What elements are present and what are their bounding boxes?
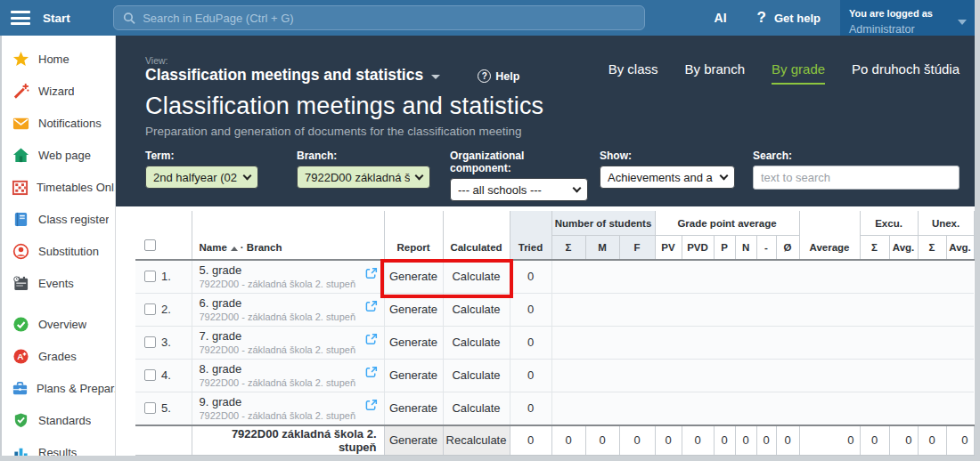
row-checkbox[interactable] bbox=[144, 303, 156, 315]
sidebar-item-notifications[interactable]: Notifications bbox=[2, 107, 115, 139]
grades-table: Name· Branch Report Calculated Tried Num… bbox=[135, 211, 975, 457]
summary-phi: 0 bbox=[776, 425, 799, 456]
empty-stats-cells bbox=[551, 392, 974, 425]
sidebar-item-timetables[interactable]: Timetables Onl... bbox=[2, 171, 115, 203]
summary-pv: 0 bbox=[655, 425, 682, 456]
global-search-input[interactable] bbox=[143, 12, 635, 25]
table-row: 3. 7. grade 7922D00 - základná škola 2. … bbox=[135, 326, 974, 359]
calculate-link[interactable]: Calculate bbox=[443, 359, 510, 392]
row-checkbox[interactable] bbox=[144, 271, 156, 282]
sort-ascending-icon bbox=[231, 247, 238, 251]
summary-recalculate-link[interactable]: Recalculate bbox=[443, 425, 510, 456]
organizational-component-label: Organizational component: bbox=[450, 150, 588, 174]
table-search-input[interactable] bbox=[753, 166, 960, 190]
select-all-checkbox[interactable] bbox=[144, 239, 156, 251]
question-mark-icon[interactable]: ? bbox=[757, 9, 766, 27]
branch-name: 7922D00 - základná škola 2. stupeň bbox=[200, 344, 361, 356]
column-group-grade-point-average: Grade point average bbox=[655, 211, 799, 236]
column-group-number-of-students: Number of students bbox=[551, 211, 655, 236]
external-link-icon[interactable] bbox=[365, 333, 378, 348]
sidebar-item-wizard[interactable]: Wizard bbox=[2, 75, 115, 107]
generate-link[interactable]: Generate bbox=[384, 260, 443, 294]
generate-link[interactable]: Generate bbox=[384, 359, 443, 392]
sidebar-item-plans[interactable]: Plans & Prepar... bbox=[2, 372, 115, 404]
branch-name: 7922D00 - základná škola 2. stupeň bbox=[200, 376, 361, 389]
user-account-dropdown[interactable]: You are logged as Administrator bbox=[840, 0, 975, 36]
summary-unexcused-avg: 0 bbox=[946, 425, 974, 456]
view-selector-dropdown[interactable]: Classification meetings and statistics bbox=[145, 66, 440, 85]
grade-name: 8. grade bbox=[200, 362, 361, 376]
ai-button[interactable]: AI bbox=[715, 11, 727, 25]
tab-by-class[interactable]: By class bbox=[608, 61, 658, 85]
tab-by-branch[interactable]: By branch bbox=[684, 61, 745, 85]
row-checkbox[interactable] bbox=[144, 336, 156, 348]
branch-name: 7922D00 - základná škola 2. stupeň bbox=[200, 311, 361, 323]
calculate-link[interactable]: Calculate bbox=[443, 392, 510, 425]
summary-unexcused-sum: 0 bbox=[918, 425, 946, 456]
help-button[interactable]: ? Help bbox=[478, 69, 519, 83]
search-icon bbox=[123, 12, 135, 25]
table-area: Name· Branch Report Calculated Tried Num… bbox=[116, 206, 976, 457]
empty-stats-cells bbox=[551, 359, 974, 392]
tab-by-grade[interactable]: By grade bbox=[772, 61, 825, 85]
column-header-n: N bbox=[735, 236, 756, 260]
branch-name: 7922D00 - základná škola 2. stupeň bbox=[200, 278, 361, 290]
window-edge bbox=[0, 456, 980, 461]
summary-sum: 0 bbox=[551, 425, 585, 456]
get-help-button[interactable]: Get help bbox=[774, 12, 821, 25]
row-checkbox[interactable] bbox=[144, 402, 156, 414]
term-select[interactable]: 2nd halfyear (02.02 bbox=[145, 166, 258, 189]
generate-link[interactable]: Generate bbox=[384, 326, 443, 359]
user-name: Administrator bbox=[849, 23, 915, 36]
calculate-link[interactable]: Calculate bbox=[443, 326, 510, 359]
show-select[interactable]: Achievements and a bbox=[600, 166, 735, 189]
top-bar: Start AI ? Get help You are logged as Ad… bbox=[0, 0, 975, 36]
tried-value: 0 bbox=[510, 260, 551, 294]
branch-select[interactable]: 7922D00 základná š bbox=[297, 166, 430, 189]
external-link-icon[interactable] bbox=[365, 300, 378, 315]
briefcase-icon bbox=[12, 379, 29, 397]
summary-female: 0 bbox=[619, 425, 655, 456]
calculate-link[interactable]: Calculate bbox=[443, 293, 510, 326]
sidebar-item-web-page[interactable]: Web page bbox=[2, 139, 115, 171]
hamburger-menu-icon[interactable] bbox=[11, 8, 30, 28]
sidebar-item-home[interactable]: Home bbox=[2, 43, 115, 75]
sidebar-item-grades[interactable]: A Grades bbox=[2, 340, 115, 372]
global-search-box[interactable] bbox=[113, 5, 645, 30]
sidebar-item-standards[interactable]: Standards bbox=[2, 404, 115, 436]
start-menu-button[interactable]: Start bbox=[43, 12, 70, 25]
summary-branch-name: 7922D00 základná škola 2. stupeň bbox=[192, 425, 384, 456]
page-title: Classification meetings and statistics bbox=[145, 93, 960, 120]
external-link-icon[interactable] bbox=[365, 366, 378, 381]
column-header-pv: PV bbox=[655, 236, 682, 260]
notebook-icon bbox=[12, 210, 30, 228]
summary-average: 0 bbox=[799, 425, 860, 456]
sidebar-item-substitution[interactable]: Substitution bbox=[2, 235, 115, 267]
chevron-down-icon bbox=[720, 171, 729, 180]
column-header-unexcused-sum: Σ bbox=[918, 236, 946, 260]
grade-a-plus-icon: A bbox=[12, 347, 30, 365]
column-header-p: P bbox=[714, 236, 735, 260]
row-checkbox[interactable] bbox=[144, 369, 156, 381]
sidebar-group-divider bbox=[2, 299, 115, 308]
column-header-tried: Tried bbox=[510, 211, 551, 260]
generate-link[interactable]: Generate bbox=[384, 293, 443, 326]
column-header-dash: - bbox=[756, 236, 776, 260]
generate-link[interactable]: Generate bbox=[384, 392, 443, 425]
show-label: Show: bbox=[600, 150, 735, 162]
organizational-component-select[interactable]: --- all schools --- bbox=[450, 178, 588, 201]
column-header-name-branch[interactable]: Name· Branch bbox=[192, 211, 384, 260]
sidebar-item-events[interactable]: Events bbox=[2, 267, 115, 299]
page-header: View: Classification meetings and statis… bbox=[116, 36, 976, 206]
calculate-link[interactable]: Calculate bbox=[443, 260, 510, 294]
column-header-calculated: Calculated bbox=[443, 211, 510, 260]
tab-po-druhoch-studia[interactable]: Po druhoch štúdia bbox=[852, 61, 960, 85]
external-link-icon[interactable] bbox=[365, 399, 378, 414]
sidebar-item-overview[interactable]: Overview bbox=[2, 308, 115, 340]
logged-as-label: You are logged as bbox=[849, 8, 933, 19]
summary-generate-link[interactable]: Generate bbox=[384, 425, 443, 456]
column-header-unexcused-avg: Avg. bbox=[946, 236, 974, 260]
tried-value: 0 bbox=[510, 326, 551, 359]
sidebar-item-class-register[interactable]: Class register bbox=[2, 203, 115, 235]
external-link-icon[interactable] bbox=[365, 267, 378, 282]
